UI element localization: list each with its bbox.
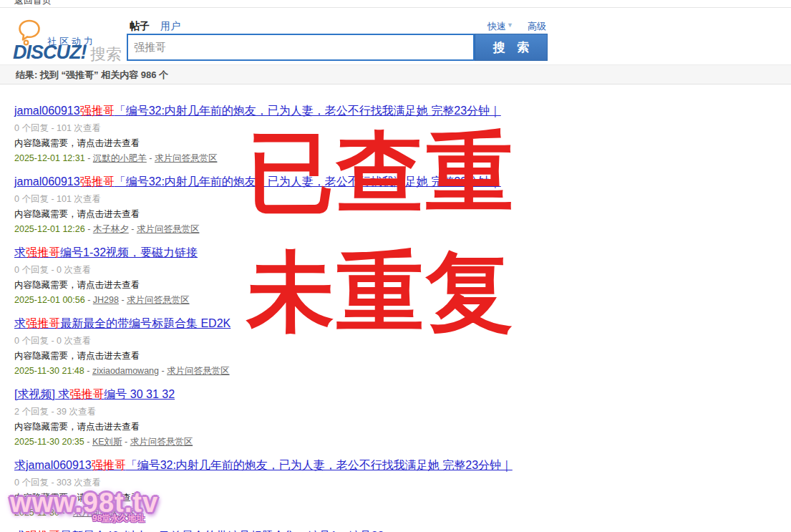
no-duplicate-stamp: 未重复 (247, 248, 515, 336)
result-forum-link[interactable]: 求片问答悬赏区 (167, 366, 230, 376)
result-meta: 0 个回复 - 303 次查看 (14, 478, 770, 488)
discuz-search-page: 返回首页 社区动力 DISCUZ! 搜索 帖子 用户 搜 索 快速 ▼ 高级 结… (0, 0, 791, 532)
advanced-search-link[interactable]: 高级 (528, 20, 546, 33)
result-forum-link[interactable]: 求片问答悬赏区 (127, 295, 190, 305)
results-summary-bar: 结果: 找到 “强推哥” 相关内容 986 个 (0, 64, 791, 84)
logo-search-suffix: 搜索 (90, 44, 122, 65)
discuz-logo: DISCUZ! (13, 42, 87, 64)
result-title-link[interactable]: 求强推哥最新最全的带编号标题合集 ED2K (14, 316, 230, 331)
result-date: 2025-11-30 20:35 (14, 437, 84, 447)
duplicate-checked-stamp: 已查重 (247, 129, 515, 216)
watermark-subtitle: 98堂永久地址 (92, 513, 241, 525)
site-watermark: www.98t.tv 98堂永久地址 (10, 488, 158, 531)
result-footer: 2025-11-30 20:35 - KE刘斯 - 求片问答悬赏区 (14, 437, 770, 448)
result-title-link[interactable]: jamal060913强推哥「编号32:内射几年前的炮友，已为人妻，老公不行找我… (14, 103, 501, 118)
result-date: 2025-12-01 12:26 (14, 224, 85, 234)
quick-search-link[interactable]: 快速 (487, 20, 506, 33)
result-forum-link[interactable]: 求片问答悬赏区 (130, 437, 193, 447)
result-author-link[interactable]: 木子林夕 (93, 224, 129, 234)
result-date: 2025-12-01 00:56 (14, 295, 85, 305)
search-input[interactable] (127, 34, 475, 61)
search-result-item: [求视频] 求强推哥编号 30 31 32 2 个回复 - 39 次查看 内容隐… (14, 387, 770, 448)
result-title-link[interactable]: [求视频] 求强推哥编号 30 31 32 (14, 387, 175, 402)
home-link[interactable]: 返回首页 (14, 0, 52, 7)
result-meta: 2 个回复 - 39 次查看 (14, 407, 770, 417)
top-nav-bar: 返回首页 (0, 0, 791, 8)
result-footer: 2025-11-30 21:48 - zixiaodamowang - 求片问答… (14, 366, 770, 377)
chevron-down-icon: ▼ (507, 21, 513, 29)
tab-users[interactable]: 用户 (160, 20, 180, 33)
result-footer: 2025-12-01 12:26 - 木子林夕 - 求片问答悬赏区 (14, 224, 770, 235)
result-date: 2025-11-30 21:48 (14, 366, 84, 376)
results-summary-text: 结果: 找到 “强推哥” 相关内容 986 个 (16, 65, 168, 84)
result-author-link[interactable]: JH298 (93, 295, 119, 305)
result-title-link[interactable]: 求强推哥编号1-32视频，要磁力链接 (14, 245, 198, 260)
result-date: 2025-12-01 12:31 (14, 153, 85, 163)
result-forum-link[interactable]: 求片问答悬赏区 (137, 224, 200, 234)
result-hidden-note: 内容隐藏需要，请点击进去查看 (14, 351, 770, 362)
search-button[interactable]: 搜 索 (475, 34, 548, 61)
result-author-link[interactable]: 沉默的小肥羊 (93, 153, 147, 163)
result-title-link[interactable]: 求jamal060913强推哥「编号32:内射几年前的炮友，已为人妻，老公不行找… (14, 458, 513, 473)
result-hidden-note: 内容隐藏需要，请点击进去查看 (14, 422, 770, 432)
result-forum-link[interactable]: 求片问答悬赏区 (155, 153, 218, 163)
tab-posts[interactable]: 帖子 (130, 20, 150, 33)
result-author-link[interactable]: zixiaodamowang (92, 366, 159, 376)
result-author-link[interactable]: KE刘斯 (92, 437, 122, 447)
